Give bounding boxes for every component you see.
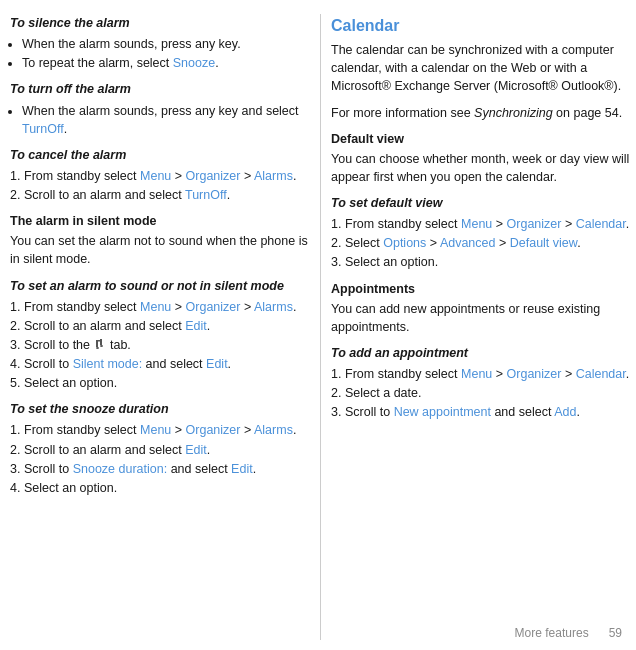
menu-link-3: Menu	[140, 423, 171, 437]
alarms-link-1: Alarms	[254, 169, 293, 183]
set-silent-step-4: Scroll to Silent mode: and select Edit.	[24, 355, 310, 373]
calendar-body: The calendar can be synchronized with a …	[331, 41, 631, 95]
alarms-link-3: Alarms	[254, 423, 293, 437]
svg-rect-4	[96, 340, 102, 342]
right-column: Calendar The calendar can be synchronize…	[323, 14, 631, 640]
menu-link-1: Menu	[140, 169, 171, 183]
footer: More features 59	[515, 625, 622, 642]
snooze-duration-heading: To set the snooze duration	[10, 400, 310, 418]
cancel-alarm-heading: To cancel the alarm	[10, 146, 310, 164]
set-silent-step-2: Scroll to an alarm and select Edit.	[24, 317, 310, 335]
edit-link-1: Edit	[185, 319, 207, 333]
edit-link-4: Edit	[231, 462, 253, 476]
default-view-step-3: Select an option.	[345, 253, 631, 271]
alarms-link-2: Alarms	[254, 300, 293, 314]
snooze-duration-link: Snooze duration:	[73, 462, 168, 476]
set-default-view-heading: To set default view	[331, 194, 631, 212]
svg-rect-3	[100, 345, 103, 347]
options-link-1: Options	[383, 236, 426, 250]
cancel-step-2: Scroll to an alarm and select TurnOff.	[24, 186, 310, 204]
section-set-default-view: To set default view From standby select …	[331, 194, 631, 272]
set-silent-step-3: Scroll to the tab.	[24, 336, 310, 354]
music-icon	[93, 338, 106, 351]
silent-mode-body: You can set the alarm not to sound when …	[10, 232, 310, 268]
calendar-heading: Calendar	[331, 14, 631, 37]
silence-bullet-2: To repeat the alarm, select Snooze.	[22, 54, 310, 72]
synchronizing-link: Synchronizing	[474, 106, 553, 120]
section-cancel-alarm: To cancel the alarm From standby select …	[10, 146, 310, 204]
add-link: Add	[554, 405, 576, 419]
silent-mode-link: Silent mode:	[73, 357, 142, 371]
left-column: To silence the alarm When the alarm soun…	[10, 14, 318, 640]
edit-link-3: Edit	[185, 443, 207, 457]
add-appointment-heading: To add an appointment	[331, 344, 631, 362]
menu-link-2: Menu	[140, 300, 171, 314]
new-appointment-link: New appointment	[394, 405, 491, 419]
section-sync-info: For more information see Synchronizing o…	[331, 104, 631, 122]
default-view-step-1: From standby select Menu > Organizer > C…	[345, 215, 631, 233]
set-silent-step-1: From standby select Menu > Organizer > A…	[24, 298, 310, 316]
add-appt-step-3: Scroll to New appointment and select Add…	[345, 403, 631, 421]
turnoff-link-2: TurnOff	[185, 188, 227, 202]
set-alarm-silent-heading: To set an alarm to sound or not in silen…	[10, 277, 310, 295]
section-silence-alarm: To silence the alarm When the alarm soun…	[10, 14, 310, 72]
section-appointments-info: Appointments You can add new appointment…	[331, 280, 631, 336]
svg-rect-2	[96, 347, 99, 349]
default-view-step-2: Select Options > Advanced > Default view…	[345, 234, 631, 252]
default-view-subheading: Default view	[331, 130, 631, 148]
silent-mode-subheading: The alarm in silent mode	[10, 212, 310, 230]
appointments-subheading: Appointments	[331, 280, 631, 298]
silence-alarm-heading: To silence the alarm	[10, 14, 310, 32]
menu-link-5: Menu	[461, 367, 492, 381]
calendar-link-1: Calendar	[576, 217, 626, 231]
column-divider	[320, 14, 321, 640]
cancel-step-1: From standby select Menu > Organizer > A…	[24, 167, 310, 185]
snooze-step-4: Select an option.	[24, 479, 310, 497]
snooze-step-3: Scroll to Snooze duration: and select Ed…	[24, 460, 310, 478]
section-silent-mode-info: The alarm in silent mode You can set the…	[10, 212, 310, 268]
section-set-alarm-silent: To set an alarm to sound or not in silen…	[10, 277, 310, 393]
edit-link-2: Edit	[206, 357, 228, 371]
snooze-step-1: From standby select Menu > Organizer > A…	[24, 421, 310, 439]
advanced-link-1: Advanced	[440, 236, 496, 250]
footer-label: More features	[515, 625, 589, 642]
add-appt-step-1: From standby select Menu > Organizer > C…	[345, 365, 631, 383]
add-appt-step-2: Select a date.	[345, 384, 631, 402]
section-add-appointment: To add an appointment From standby selec…	[331, 344, 631, 422]
set-silent-step-5: Select an option.	[24, 374, 310, 392]
calendar-link-2: Calendar	[576, 367, 626, 381]
silence-bullet-1: When the alarm sounds, press any key.	[22, 35, 310, 53]
snooze-step-2: Scroll to an alarm and select Edit.	[24, 441, 310, 459]
organizer-link-3: Organizer	[186, 423, 241, 437]
turn-off-heading: To turn off the alarm	[10, 80, 310, 98]
section-default-view: Default view You can choose whether mont…	[331, 130, 631, 186]
organizer-link-1: Organizer	[186, 169, 241, 183]
sync-info-body: For more information see Synchronizing o…	[331, 104, 631, 122]
footer-page: 59	[609, 625, 622, 642]
default-view-body: You can choose whether month, week or da…	[331, 150, 631, 186]
organizer-link-4: Organizer	[507, 217, 562, 231]
turn-off-bullet-1: When the alarm sounds, press any key and…	[22, 102, 310, 138]
section-calendar-title: Calendar The calendar can be synchronize…	[331, 14, 631, 96]
snooze-link: Snooze	[173, 56, 215, 70]
section-turn-off-alarm: To turn off the alarm When the alarm sou…	[10, 80, 310, 137]
section-snooze-duration: To set the snooze duration From standby …	[10, 400, 310, 497]
svg-rect-1	[100, 339, 102, 345]
turnoff-link: TurnOff	[22, 122, 64, 136]
default-view-link: Default view	[510, 236, 577, 250]
appointments-body: You can add new appointments or reuse ex…	[331, 300, 631, 336]
organizer-link-5: Organizer	[507, 367, 562, 381]
menu-link-4: Menu	[461, 217, 492, 231]
organizer-link-2: Organizer	[186, 300, 241, 314]
